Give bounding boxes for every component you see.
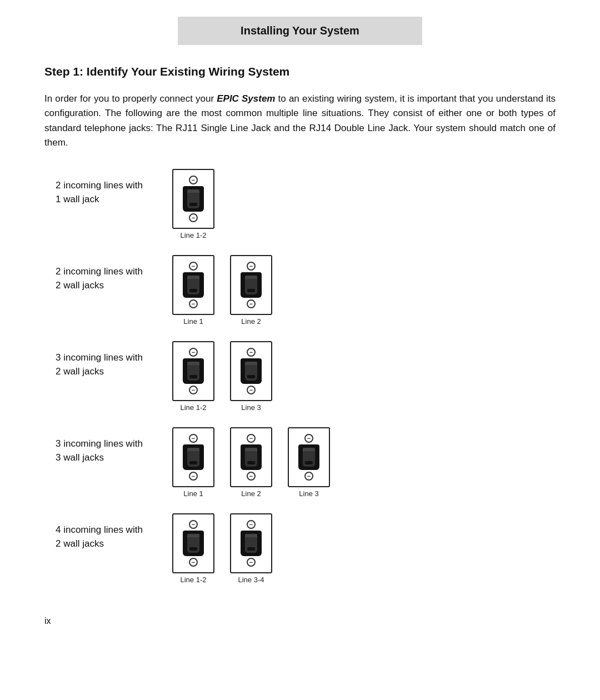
jacks-group: Line 1Line 2 [172, 255, 272, 326]
phone-jack-slot [189, 289, 197, 292]
jack-box [172, 169, 214, 229]
row-label: 4 incoming lines with 2 wall jacks [56, 513, 172, 551]
phone-jack-slot [247, 289, 255, 292]
jack-label: Line 1-2 [181, 576, 207, 584]
jacks-group: Line 1-2Line 3 [172, 341, 272, 412]
wiring-row: 4 incoming lines with 2 wall jacksLine 1… [56, 513, 556, 584]
phone-jack-inner [187, 193, 199, 208]
phone-jack [183, 444, 204, 470]
jack-box [172, 427, 214, 487]
jack-label: Line 1-2 [181, 231, 207, 239]
wiring-row: 2 incoming lines with 2 wall jacksLine 1… [56, 255, 556, 326]
screw-bottom [247, 299, 256, 308]
phone-jack-slot [247, 375, 255, 378]
jack-box [172, 341, 214, 401]
row-label: 3 incoming lines with 3 wall jacks [56, 427, 172, 464]
jack-label: Line 3-4 [238, 576, 264, 584]
screw-top [189, 262, 198, 271]
screw-top [189, 176, 198, 184]
jack-label: Line 2 [241, 489, 261, 498]
screw-top [247, 262, 256, 271]
intro-text-before: In order for you to properly connect you… [44, 93, 217, 104]
jack-container: Line 2 [230, 255, 272, 326]
jack-container: Line 1 [172, 255, 214, 326]
phone-jack-slot [247, 547, 255, 551]
phone-jack-slot [189, 461, 197, 464]
jack-label: Line 3 [241, 403, 261, 412]
row-label: 3 incoming lines with 2 wall jacks [56, 341, 172, 378]
screw-bottom [247, 386, 256, 394]
phone-jack-inner [303, 451, 315, 467]
page-title: Installing Your System [178, 17, 422, 45]
screw-bottom [189, 299, 198, 308]
wiring-row: 2 incoming lines with 1 wall jackLine 1-… [56, 169, 556, 239]
jack-container: Line 2 [230, 427, 272, 498]
phone-jack [183, 272, 204, 298]
phone-jack [241, 444, 262, 470]
phone-jack-inner [245, 451, 257, 467]
phone-jack-slot [189, 547, 197, 551]
phone-jack-slot [189, 203, 197, 206]
row-label: 2 incoming lines with 1 wall jack [56, 169, 172, 206]
phone-jack-inner [187, 365, 199, 381]
jack-label: Line 1-2 [181, 403, 207, 412]
wiring-row: 3 incoming lines with 2 wall jacksLine 1… [56, 341, 556, 412]
step-heading: Step 1: Identify Your Existing Wiring Sy… [44, 65, 556, 78]
screw-bottom [304, 472, 313, 481]
jack-box [230, 427, 272, 487]
phone-jack-inner [245, 537, 257, 553]
screw-bottom [247, 558, 256, 567]
phone-jack [241, 358, 262, 384]
phone-jack [183, 186, 204, 212]
jack-container: Line 3 [288, 427, 330, 498]
phone-jack-inner [187, 537, 199, 553]
jack-container: Line 1-2 [172, 169, 214, 239]
jacks-group: Line 1Line 2Line 3 [172, 427, 330, 498]
screw-bottom [247, 472, 256, 481]
jack-box [172, 255, 214, 315]
screw-top [247, 348, 256, 357]
jack-box [230, 341, 272, 401]
phone-jack-inner [245, 279, 257, 294]
phone-jack-slot [305, 461, 313, 464]
screw-bottom [189, 386, 198, 394]
screw-top [189, 520, 198, 529]
jacks-group: Line 1-2Line 3-4 [172, 513, 272, 584]
jack-container: Line 1-2 [172, 341, 214, 412]
intro-paragraph: In order for you to properly connect you… [44, 92, 556, 150]
jack-label: Line 1 [183, 489, 203, 498]
jacks-group: Line 1-2 [172, 169, 214, 239]
jack-label: Line 1 [183, 317, 203, 326]
screw-bottom [189, 213, 198, 222]
phone-jack [298, 444, 319, 470]
wiring-section: 2 incoming lines with 1 wall jackLine 1-… [56, 169, 556, 599]
screw-top [247, 520, 256, 529]
jack-container: Line 1-2 [172, 513, 214, 584]
row-label: 2 incoming lines with 2 wall jacks [56, 255, 172, 292]
jack-container: Line 3 [230, 341, 272, 412]
phone-jack-slot [189, 375, 197, 378]
page-number: ix [44, 616, 556, 626]
jack-container: Line 1 [172, 427, 214, 498]
jack-label: Line 3 [299, 489, 318, 498]
jack-box [230, 255, 272, 315]
phone-jack-inner [245, 365, 257, 381]
phone-jack [241, 272, 262, 298]
screw-bottom [189, 558, 198, 567]
screw-top [189, 434, 198, 443]
screw-top [247, 434, 256, 443]
jack-box [230, 513, 272, 573]
phone-jack-inner [187, 279, 199, 294]
screw-top [304, 434, 313, 443]
jack-container: Line 3-4 [230, 513, 272, 584]
jack-label: Line 2 [241, 317, 261, 326]
phone-jack [183, 531, 204, 556]
phone-jack [183, 358, 204, 384]
screw-top [189, 348, 198, 357]
phone-jack-inner [187, 451, 199, 467]
phone-jack-slot [247, 461, 255, 464]
intro-bold-italic: EPIC System [217, 93, 275, 104]
jack-box [172, 513, 214, 573]
phone-jack [241, 531, 262, 556]
wiring-row: 3 incoming lines with 3 wall jacksLine 1… [56, 427, 556, 498]
